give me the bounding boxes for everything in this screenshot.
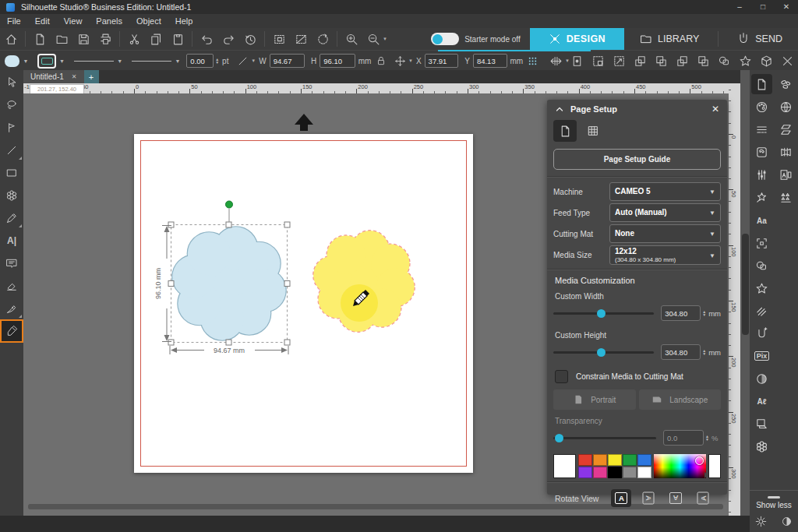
custom-width-stepper[interactable]: ▲▼	[702, 310, 706, 317]
tab-send[interactable]: SEND	[722, 28, 798, 50]
color-swatch[interactable]	[578, 467, 592, 478]
fill-color-swatch[interactable]	[5, 55, 19, 67]
landscape-button[interactable]: Landscape	[639, 389, 722, 410]
zoom-out-icon[interactable]: ▼	[362, 29, 384, 49]
collapse-chevron-icon[interactable]	[555, 104, 564, 114]
page-setup-guide-button[interactable]: Page Setup Guide	[553, 149, 721, 170]
note-tool-icon[interactable]	[2, 253, 22, 273]
tab-library[interactable]: LIBRARY	[624, 28, 715, 50]
portrait-button[interactable]: Portrait	[553, 389, 636, 410]
convert-to-path-icon[interactable]	[312, 29, 334, 49]
custom-height-slider-thumb[interactable]	[597, 348, 606, 357]
save-icon[interactable]	[72, 29, 94, 49]
scale-corner-icon[interactable]	[609, 51, 630, 71]
custom-width-input[interactable]: 304.80	[661, 305, 701, 321]
constrain-media-checkbox[interactable]	[555, 370, 568, 383]
paste-icon[interactable]	[167, 29, 189, 49]
undo-icon[interactable]	[196, 29, 217, 49]
home-icon[interactable]	[0, 29, 22, 49]
edit-points-tool-icon[interactable]	[2, 118, 22, 138]
panel-tab-page[interactable]	[553, 120, 577, 142]
puzzle-panel-icon[interactable]	[751, 436, 772, 456]
copy-icon[interactable]	[145, 29, 167, 49]
offset-panel-icon[interactable]	[751, 278, 772, 298]
tab-design[interactable]: DESIGN	[530, 28, 624, 50]
align-icon[interactable]: ▼	[546, 51, 567, 71]
color-swatch[interactable]	[578, 454, 592, 466]
trace-panel-icon[interactable]	[751, 142, 772, 162]
menu-edit[interactable]: Edit	[28, 14, 57, 28]
current-color-swatch[interactable]	[553, 454, 576, 478]
open-icon[interactable]	[51, 29, 72, 49]
pixscan-panel[interactable]: Pix	[751, 346, 772, 366]
panel-strip-resize-handle[interactable]	[768, 496, 780, 499]
color-swatch[interactable]	[593, 467, 607, 478]
center-to-page-icon[interactable]	[567, 51, 588, 71]
cutting-mat-select[interactable]: None▼	[609, 224, 721, 243]
bring-forward-icon[interactable]	[672, 51, 693, 71]
color-gradient-picker[interactable]	[654, 454, 705, 478]
document-tab[interactable]: Untitled-1 ✕	[23, 70, 84, 83]
menu-panels[interactable]: Panels	[89, 14, 129, 28]
scale-panel-icon[interactable]	[751, 233, 772, 253]
color-swatch[interactable]	[623, 454, 637, 466]
feed-type-select[interactable]: Auto (Manual)▼	[609, 203, 721, 222]
send-to-back-icon[interactable]	[651, 51, 672, 71]
warp-panel-icon[interactable]	[775, 142, 796, 162]
select-tool-icon[interactable]	[2, 72, 22, 93]
y-input[interactable]: 84.13	[473, 54, 507, 68]
scale-selection-icon[interactable]	[588, 51, 609, 71]
x-input[interactable]: 37.91	[425, 54, 459, 68]
fill-panel-icon[interactable]	[751, 97, 772, 117]
sketch-fill-panel-icon[interactable]	[751, 301, 772, 321]
select-all-icon[interactable]	[268, 29, 290, 49]
color-swatch[interactable]	[608, 467, 622, 478]
width-input[interactable]: 94.67	[270, 54, 305, 68]
transparency-input[interactable]: 0.0	[663, 430, 704, 446]
weld-icon[interactable]	[714, 51, 735, 71]
freehand-tool-icon[interactable]	[2, 208, 22, 228]
machine-select[interactable]: CAMEO 5▼	[609, 182, 721, 201]
blue-flower-shape[interactable]	[172, 227, 285, 340]
grid-dots-icon[interactable]	[523, 51, 542, 71]
custom-width-slider[interactable]	[553, 312, 654, 315]
custom-width-slider-thumb[interactable]	[597, 309, 606, 318]
line-style-panel-icon[interactable]	[751, 119, 772, 139]
panel-scroll-thumb[interactable]	[742, 234, 749, 335]
transparency-stepper[interactable]: ▲▼	[705, 435, 709, 442]
shade-panel-icon[interactable]	[751, 368, 772, 389]
menu-view[interactable]: View	[57, 14, 90, 28]
transform-panel-icon[interactable]	[751, 164, 772, 185]
menu-help[interactable]: Help	[168, 14, 200, 28]
starter-mode-toggle[interactable]	[431, 33, 459, 45]
design-pieces-panel-icon[interactable]	[775, 74, 796, 94]
custom-height-stepper[interactable]: ▲▼	[702, 349, 706, 356]
lasso-tool-icon[interactable]	[2, 95, 22, 115]
move-icon[interactable]: ▼	[390, 51, 410, 71]
knife-tool-icon[interactable]	[2, 298, 22, 319]
eyedropper-tool-icon[interactable]	[2, 321, 22, 341]
close-button[interactable]: ✕	[775, 0, 798, 14]
line-tool-icon[interactable]	[2, 140, 22, 160]
panel-tab-grid[interactable]	[581, 120, 605, 142]
stroke-width-input[interactable]: 0.00	[186, 54, 214, 68]
rotation-handle[interactable]	[226, 201, 233, 208]
send-backward-icon[interactable]	[693, 51, 714, 71]
new-tab-button[interactable]: +	[84, 70, 99, 83]
menu-object[interactable]: Object	[129, 14, 168, 28]
new-document-icon[interactable]	[29, 29, 51, 49]
color-swatch[interactable]	[623, 467, 637, 478]
shape-tool-icon[interactable]	[2, 185, 22, 206]
revert-icon[interactable]	[239, 29, 261, 49]
line-color-swatch[interactable]	[37, 54, 55, 69]
redo-icon[interactable]	[217, 29, 239, 49]
color-picker-ring[interactable]	[695, 456, 704, 465]
character-panel-icon[interactable]	[775, 164, 796, 185]
offset-path-panel-icon[interactable]	[751, 323, 772, 344]
preview-panel-icon[interactable]	[751, 414, 772, 434]
text-style-panel[interactable]: Aa	[751, 210, 772, 231]
glyph-panel[interactable]: Aℓ	[751, 391, 772, 411]
cut-icon[interactable]	[123, 29, 145, 49]
page-setup-panel-icon[interactable]	[751, 74, 772, 94]
tab-close-icon[interactable]: ✕	[72, 73, 77, 80]
